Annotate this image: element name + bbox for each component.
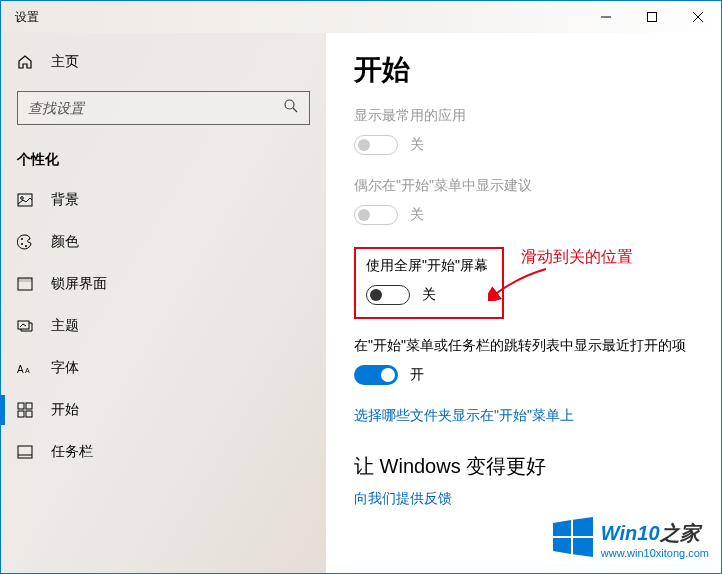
svg-rect-6 [18, 194, 32, 206]
toggle-state: 关 [410, 136, 424, 154]
sidebar-item-label: 颜色 [51, 233, 79, 251]
search-box[interactable] [17, 91, 310, 125]
search-input[interactable] [28, 100, 283, 116]
sidebar-item-start[interactable]: 开始 [1, 389, 326, 431]
sidebar: 主页 个性化 背景 颜色 锁屏界面 主题 AA 字体 开始 [1, 33, 326, 573]
svg-rect-13 [18, 321, 29, 329]
toggle-suggestions [354, 205, 398, 225]
highlighted-setting: 使用全屏"开始"屏幕 关 [354, 247, 504, 319]
setting-most-used-apps: 显示最常用的应用 关 [354, 107, 693, 155]
section-improve-windows: 让 Windows 变得更好 [354, 453, 693, 480]
setting-jumplists: 在"开始"菜单或任务栏的跳转列表中显示最近打开的项 开 [354, 337, 693, 385]
sidebar-item-lockscreen[interactable]: 锁屏界面 [1, 263, 326, 305]
sidebar-item-label: 背景 [51, 191, 79, 209]
titlebar: 设置 [1, 1, 721, 33]
setting-suggestions: 偶尔在"开始"菜单中显示建议 关 [354, 177, 693, 225]
setting-label: 偶尔在"开始"菜单中显示建议 [354, 177, 693, 195]
palette-icon [17, 234, 33, 250]
svg-point-4 [285, 100, 294, 109]
close-button[interactable] [675, 1, 721, 33]
window-controls [583, 1, 721, 33]
svg-point-7 [21, 197, 24, 200]
taskbar-icon [17, 444, 33, 460]
home-label: 主页 [51, 53, 79, 71]
toggle-most-used-apps [354, 135, 398, 155]
svg-line-5 [293, 108, 297, 112]
setting-label: 显示最常用的应用 [354, 107, 693, 125]
minimize-button[interactable] [583, 1, 629, 33]
sidebar-item-label: 开始 [51, 401, 79, 419]
toggle-state: 关 [422, 286, 436, 304]
toggle-state: 开 [410, 366, 424, 384]
toggle-jumplists[interactable] [354, 365, 398, 385]
window-title: 设置 [1, 9, 583, 26]
link-choose-folders[interactable]: 选择哪些文件夹显示在"开始"菜单上 [354, 407, 693, 425]
svg-rect-18 [18, 411, 24, 417]
svg-rect-12 [18, 278, 32, 282]
watermark: Win10之家 www.win10xitong.com [551, 515, 709, 563]
sidebar-item-color[interactable]: 颜色 [1, 221, 326, 263]
setting-label: 使用全屏"开始"屏幕 [366, 257, 492, 275]
svg-text:A: A [25, 367, 30, 374]
sidebar-item-font[interactable]: AA 字体 [1, 347, 326, 389]
sidebar-section-title: 个性化 [1, 137, 326, 179]
watermark-title: Win10之家 [601, 520, 709, 547]
watermark-url: www.win10xitong.com [601, 547, 709, 559]
sidebar-item-label: 字体 [51, 359, 79, 377]
image-icon [17, 192, 33, 208]
page-heading: 开始 [354, 51, 693, 89]
windows-logo-icon [551, 515, 595, 563]
svg-text:A: A [17, 364, 24, 375]
link-feedback[interactable]: 向我们提供反馈 [354, 490, 693, 508]
annotation-text: 滑动到关的位置 [521, 247, 633, 268]
toggle-fullscreen-start[interactable] [366, 285, 410, 305]
annotation-arrow [488, 267, 548, 301]
start-icon [17, 402, 33, 418]
setting-label: 在"开始"菜单或任务栏的跳转列表中显示最近打开的项 [354, 337, 693, 355]
toggle-state: 关 [410, 206, 424, 224]
home-icon [17, 54, 33, 70]
svg-rect-20 [18, 446, 32, 458]
theme-icon [17, 318, 33, 334]
svg-rect-16 [18, 403, 24, 409]
lockscreen-icon [17, 276, 33, 292]
svg-point-10 [25, 245, 27, 247]
sidebar-item-background[interactable]: 背景 [1, 179, 326, 221]
font-icon: AA [17, 361, 33, 375]
sidebar-item-label: 任务栏 [51, 443, 93, 461]
maximize-button[interactable] [629, 1, 675, 33]
svg-rect-19 [26, 411, 32, 417]
sidebar-item-taskbar[interactable]: 任务栏 [1, 431, 326, 473]
svg-point-9 [21, 243, 23, 245]
main-panel: 开始 显示最常用的应用 关 偶尔在"开始"菜单中显示建议 关 使用全屏"开始"屏… [326, 33, 721, 573]
sidebar-item-label: 锁屏界面 [51, 275, 107, 293]
svg-point-8 [21, 238, 23, 240]
sidebar-item-theme[interactable]: 主题 [1, 305, 326, 347]
svg-rect-17 [26, 403, 32, 409]
sidebar-item-label: 主题 [51, 317, 79, 335]
search-icon [283, 98, 299, 118]
svg-rect-1 [648, 13, 657, 22]
home-link[interactable]: 主页 [1, 45, 326, 79]
